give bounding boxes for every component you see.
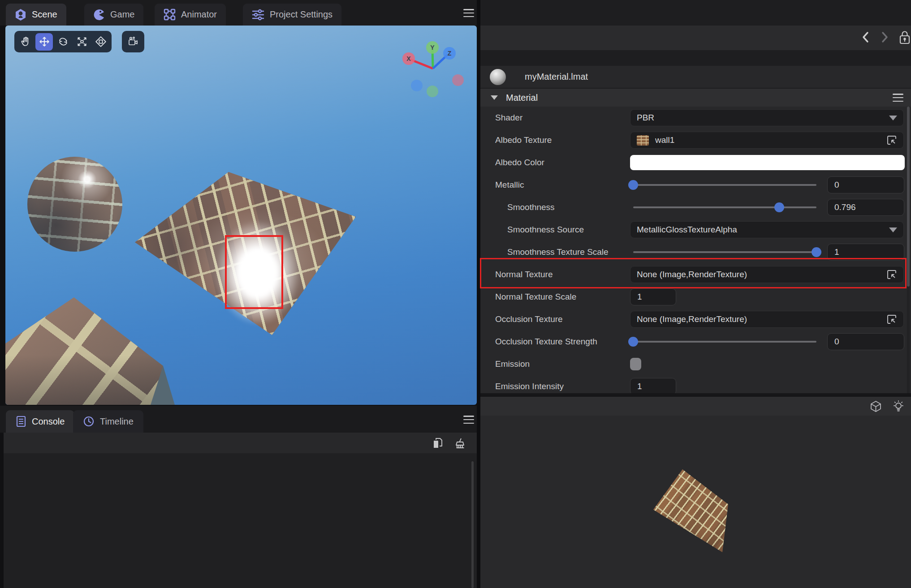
- material-properties: Shader PBR Albedo Texture wall1 Albedo C…: [480, 107, 911, 393]
- slider-handle[interactable]: [774, 202, 784, 212]
- rotate-tool-button[interactable]: [54, 33, 72, 51]
- material-preview-plane: [653, 469, 728, 552]
- move-tool-button[interactable]: [35, 33, 53, 51]
- object-picker-icon[interactable]: [886, 269, 897, 280]
- property-row-occlusion-texture: Occlusion Texture None (Image,RenderText…: [480, 308, 911, 330]
- tab-animator[interactable]: Animator: [155, 4, 226, 26]
- console-tab-bar: Console Timeline: [0, 406, 478, 433]
- slider-handle[interactable]: [628, 180, 638, 190]
- tab-console[interactable]: Console: [6, 410, 74, 433]
- property-row-metallic: Metallic 0: [480, 174, 911, 196]
- history-forward-icon[interactable]: [880, 29, 890, 45]
- smoothness-slider[interactable]: [633, 206, 816, 208]
- object-value: wall1: [655, 135, 886, 145]
- inspector-nav-row: [480, 26, 911, 50]
- chevron-down-icon: [889, 227, 897, 232]
- preview-lighting-bulb-icon[interactable]: [893, 400, 904, 412]
- property-label: Occlusion Texture: [495, 314, 563, 324]
- material-preview-sphere-icon: [490, 69, 506, 85]
- gizmo-neg-y-handle: [427, 86, 438, 97]
- smoothness-source-dropdown[interactable]: MetallicGlossTextureAlpha: [630, 221, 904, 238]
- material-preview-canvas[interactable]: [480, 416, 911, 588]
- clear-console-icon[interactable]: [454, 437, 466, 449]
- console-toolbar: [4, 433, 478, 453]
- panel-divider[interactable]: [477, 0, 480, 588]
- emission-intensity-input[interactable]: 1: [630, 378, 676, 393]
- camera-icon: [127, 36, 139, 47]
- material-section-header[interactable]: Material: [480, 89, 911, 107]
- property-row-normal-texture-scale: Normal Texture Scale 1: [480, 286, 911, 308]
- property-row-albedo-texture: Albedo Texture wall1: [480, 129, 911, 151]
- tab-project-settings[interactable]: Project Settings: [243, 4, 341, 26]
- object-picker-icon[interactable]: [886, 314, 897, 325]
- metallic-value-input[interactable]: 0: [827, 176, 904, 193]
- svg-text:Y: Y: [430, 44, 435, 51]
- property-label: Emission: [495, 359, 530, 369]
- object-picker-icon[interactable]: [886, 135, 897, 146]
- metallic-slider[interactable]: [633, 184, 816, 186]
- normal-texture-object-field[interactable]: None (Image,RenderTexture): [630, 266, 904, 283]
- tab-label: Console: [32, 416, 65, 427]
- albedo-texture-object-field[interactable]: wall1: [630, 132, 904, 149]
- svg-text:Z: Z: [448, 50, 452, 57]
- property-label: Smoothness Source: [507, 225, 584, 235]
- preview-mesh-cube-icon[interactable]: [870, 400, 881, 412]
- smoothness-value-input[interactable]: 0.796: [827, 199, 904, 216]
- property-label: Occlusion Texture Strength: [495, 337, 597, 347]
- emission-checkbox[interactable]: [630, 358, 641, 370]
- console-panel-menu-icon[interactable]: [463, 416, 474, 424]
- hand-tool-button[interactable]: [17, 33, 34, 51]
- property-label: Normal Texture: [495, 270, 553, 279]
- inspector-panel: myMaterial.lmat Material Shader PBR Albe…: [480, 0, 911, 588]
- tab-game[interactable]: Game: [84, 4, 143, 26]
- object-value: None (Image,RenderTexture): [637, 314, 886, 324]
- property-row-smoothness: Smoothness 0.796: [480, 196, 911, 219]
- normal-texture-scale-input[interactable]: 1: [630, 288, 676, 305]
- property-label: Emission Intensity: [495, 382, 564, 391]
- asset-header-row: myMaterial.lmat: [480, 66, 911, 88]
- smoothness-texture-scale-value-input[interactable]: 1: [827, 244, 904, 261]
- occlusion-strength-value-input[interactable]: 0: [827, 333, 904, 350]
- tab-scene[interactable]: Scene: [6, 4, 66, 26]
- albedo-color-swatch[interactable]: [630, 155, 905, 170]
- scene-viewport[interactable]: Y X Z: [5, 26, 477, 405]
- scale-tool-button[interactable]: [73, 33, 91, 51]
- brick-sphere-object: [27, 157, 122, 252]
- console-log-area[interactable]: [4, 453, 478, 588]
- gizmo-neg-z-handle: [411, 80, 423, 91]
- transform-tool-group: [14, 31, 112, 52]
- camera-tool-group: [122, 31, 144, 52]
- scene-panel-menu-icon[interactable]: [463, 9, 474, 17]
- rect-tool-button[interactable]: [92, 33, 109, 51]
- material-section-menu-icon[interactable]: [893, 94, 903, 102]
- property-row-emission-intensity: Emission Intensity 1: [480, 375, 911, 393]
- object-value: None (Image,RenderTexture): [637, 270, 886, 279]
- scale-icon: [76, 36, 88, 47]
- property-row-occlusion-texture-strength: Occlusion Texture Strength 0: [480, 330, 911, 353]
- shader-dropdown[interactable]: PBR: [630, 109, 904, 126]
- tab-label: Timeline: [100, 416, 134, 427]
- collapse-caret-icon[interactable]: [491, 95, 498, 100]
- lock-icon[interactable]: [899, 30, 911, 45]
- slider-handle[interactable]: [812, 247, 821, 257]
- property-label: Shader: [495, 113, 522, 123]
- tab-label: Project Settings: [270, 9, 332, 20]
- occlusion-strength-slider[interactable]: [633, 341, 816, 343]
- chevron-down-icon: [889, 116, 897, 120]
- animator-icon: [164, 9, 176, 21]
- occlusion-texture-object-field[interactable]: None (Image,RenderTexture): [630, 311, 904, 328]
- tab-timeline[interactable]: Timeline: [73, 410, 143, 433]
- history-back-icon[interactable]: [860, 29, 870, 45]
- gizmo-x-axis-handle: X: [402, 52, 415, 65]
- axis-orientation-gizmo[interactable]: Y X Z: [395, 34, 476, 124]
- selection-highlight-rect: [225, 235, 283, 309]
- slider-handle[interactable]: [628, 337, 638, 347]
- copy-log-icon[interactable]: [432, 437, 444, 449]
- console-scrollbar[interactable]: [471, 461, 474, 588]
- rotate-icon: [57, 36, 69, 47]
- smoothness-texture-scale-slider[interactable]: [633, 251, 816, 253]
- inspector-scrollbar-thumb[interactable]: [907, 107, 910, 287]
- tab-label: Animator: [181, 9, 217, 20]
- property-row-normal-texture: Normal Texture None (Image,RenderTexture…: [480, 263, 911, 286]
- camera-tool-button[interactable]: [125, 33, 142, 51]
